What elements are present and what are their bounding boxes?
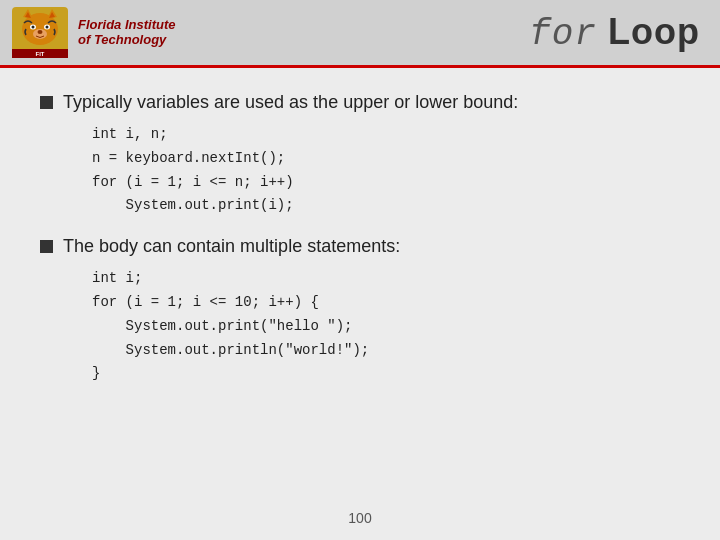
code-block-1: int i, n; n = keyboard.nextInt(); for (i…	[92, 123, 680, 218]
bullet-row-2: The body can contain multiple statements…	[40, 236, 680, 257]
code-line-1-4: System.out.print(i);	[92, 194, 680, 218]
logo-line1: Florida Institute	[78, 18, 176, 32]
bullet-row-1: Typically variables are used as the uppe…	[40, 92, 680, 113]
main-content: Typically variables are used as the uppe…	[0, 68, 720, 540]
logo-area: FIT Florida Institute of Technology	[10, 5, 176, 60]
logo-line2: of Technology	[78, 33, 176, 47]
code-line-2-5: }	[92, 362, 680, 386]
bullet-text-2: The body can contain multiple statements…	[63, 236, 400, 257]
code-line-2-1: int i;	[92, 267, 680, 291]
logo-text: Florida Institute of Technology	[78, 18, 176, 47]
bullet-icon-2	[40, 240, 53, 253]
bullet-text-1: Typically variables are used as the uppe…	[63, 92, 518, 113]
code-line-1-2: n = keyboard.nextInt();	[92, 147, 680, 171]
header: FIT Florida Institute of Technology for …	[0, 0, 720, 68]
code-line-2-3: System.out.print("hello ");	[92, 315, 680, 339]
page-number: 100	[348, 510, 371, 526]
bullet-icon-1	[40, 96, 53, 109]
svg-point-7	[38, 30, 43, 34]
code-line-2-2: for (i = 1; i <= 10; i++) {	[92, 291, 680, 315]
title-bold-part: Loop	[597, 11, 700, 52]
code-block-2: int i; for (i = 1; i <= 10; i++) { Syste…	[92, 267, 680, 386]
slide-title: for Loop	[529, 11, 700, 55]
svg-point-4	[32, 26, 35, 29]
section-2: The body can contain multiple statements…	[40, 236, 680, 386]
code-line-1-1: int i, n;	[92, 123, 680, 147]
title-italic-part: for	[529, 14, 597, 55]
svg-text:FIT: FIT	[36, 51, 45, 57]
svg-point-5	[46, 26, 49, 29]
section-1: Typically variables are used as the uppe…	[40, 92, 680, 218]
code-line-2-4: System.out.println("world!");	[92, 339, 680, 363]
fit-logo-icon: FIT	[10, 5, 70, 60]
code-line-1-3: for (i = 1; i <= n; i++)	[92, 171, 680, 195]
